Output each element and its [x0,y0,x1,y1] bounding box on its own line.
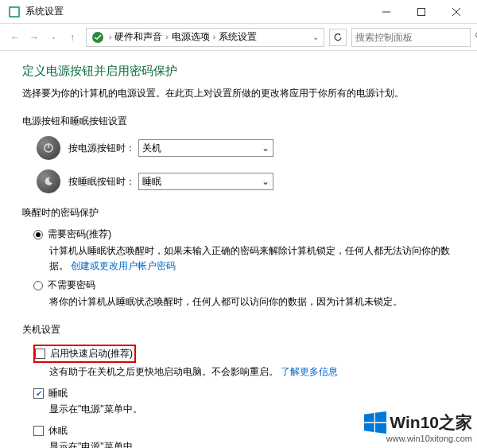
title-bar: 系统设置 [0,0,477,24]
create-password-link[interactable]: 创建或更改用户帐户密码 [71,260,176,271]
content-area: 定义电源按钮并启用密码保护 选择要为你的计算机的电源设置。在此页上对设置所做的更… [0,51,477,448]
checkbox-description: 这有助于在关机之后更快地启动电脑。不会影响重启。 了解更多信息 [49,365,455,379]
power-button-setting: 按电源按钮时： 关机 [22,136,455,160]
radio-password-not-required[interactable] [33,281,43,290]
radio-label: 不需要密码 [48,279,95,292]
hibernate-option: 休眠 显示在"电源"菜单中。 [33,424,455,448]
section-label-shutdown: 关机设置 [22,323,455,337]
page-description: 选择要为你的计算机的电源设置。在此页上对设置所做的更改将应用于你所有的电源计划。 [22,87,455,100]
fast-startup-option: 启用快速启动(推荐) 这有助于在关机之后更快地启动电脑。不会影响重启。 了解更多… [33,345,455,379]
power-button-select[interactable]: 关机 [138,139,273,157]
svg-rect-1 [10,8,18,16]
refresh-button[interactable] [329,29,347,46]
window-title: 系统设置 [25,5,369,18]
password-not-required-option: 不需要密码 将你的计算机从睡眠状态唤醒时，任何人都可以访问你的数据，因为计算机未… [33,279,455,310]
checkbox-label: 休眠 [48,424,68,438]
sleep-button-setting: 按睡眠按钮时： 睡眠 [22,169,455,193]
svg-rect-3 [418,8,425,15]
up-button[interactable]: ↑ [64,29,81,46]
sleep-option: ✔ 睡眠 显示在"电源"菜单中。 [33,387,455,416]
breadcrumb[interactable]: › 硬件和声音 › 电源选项 › 系统设置 ⌄ [86,28,324,47]
checkbox-sleep[interactable]: ✔ [33,388,44,399]
checkbox-description: 显示在"电源"菜单中。 [49,403,455,416]
breadcrumb-item[interactable]: 硬件和声音 [113,30,164,44]
checkbox-description: 显示在"电源"菜单中。 [49,440,455,448]
section-label-password: 唤醒时的密码保护 [22,206,455,220]
radio-description: 计算机从睡眠状态唤醒时，如果未输入正确的密码来解除计算机锁定，任何人都无法访问你… [49,243,455,274]
close-button[interactable] [439,1,474,23]
breadcrumb-item[interactable]: 电源选项 [170,30,211,44]
learn-more-link[interactable]: 了解更多信息 [281,366,338,377]
checkbox-label: 启用快速启动(推荐) [50,347,133,360]
password-required-option: 需要密码(推荐) 计算机从睡眠状态唤醒时，如果未输入正确的密码来解除计算机锁定，… [33,228,455,274]
section-label-power-buttons: 电源按钮和睡眠按钮设置 [22,115,455,128]
radio-password-required[interactable] [33,230,43,240]
sleep-button-label: 按睡眠按钮时： [68,175,138,189]
maximize-button[interactable] [404,1,439,23]
minimize-button[interactable] [369,1,404,23]
breadcrumb-icon [91,31,104,44]
sleep-icon [37,169,60,193]
sleep-button-select[interactable]: 睡眠 [138,173,273,190]
control-panel-icon [8,6,21,18]
checkbox-hibernate[interactable] [33,426,44,436]
back-button[interactable]: ← [6,29,24,46]
forward-button[interactable]: → [25,29,43,46]
search-input[interactable] [355,32,475,43]
radio-description: 将你的计算机从睡眠状态唤醒时，任何人都可以访问你的数据，因为计算机未锁定。 [49,294,455,310]
search-box[interactable] [351,28,471,47]
address-bar: ← → ⌄ ↑ › 硬件和声音 › 电源选项 › 系统设置 ⌄ [0,24,477,51]
page-title: 定义电源按钮并启用密码保护 [22,64,455,79]
radio-label: 需要密码(推荐) [48,228,111,241]
power-button-label: 按电源按钮时： [68,142,138,155]
history-dropdown[interactable]: ⌄ [45,29,62,46]
power-icon [37,136,60,160]
checkbox-fast-startup[interactable] [35,349,45,359]
checkbox-label: 睡眠 [48,387,68,400]
breadcrumb-item[interactable]: 系统设置 [217,30,258,44]
